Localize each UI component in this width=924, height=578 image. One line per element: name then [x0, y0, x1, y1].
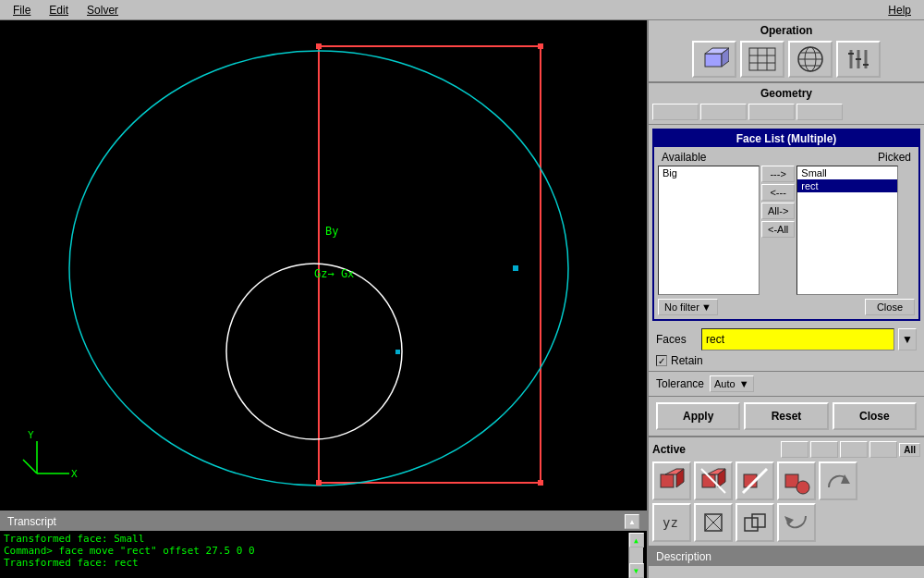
available-header: Available	[662, 151, 706, 164]
move-all-left-btn[interactable]: <-All	[761, 221, 795, 238]
active-tab-2[interactable]	[810, 441, 838, 458]
active-icon-1[interactable]	[652, 461, 691, 500]
menu-edit[interactable]: Edit	[40, 2, 78, 18]
move-left-btn[interactable]: <---	[761, 184, 795, 201]
active-icon-9[interactable]	[777, 503, 816, 542]
active-icon-3[interactable]	[736, 461, 774, 500]
retain-row: ✓ Retain	[656, 354, 917, 367]
grid-op-icon[interactable]	[740, 41, 784, 78]
list-headers: Available Picked	[658, 151, 915, 164]
active-tab-1[interactable]	[781, 441, 808, 458]
svg-rect-5	[316, 480, 322, 486]
apply-button[interactable]: Apply	[656, 402, 740, 430]
menu-help[interactable]: Help	[879, 2, 920, 18]
retain-checkbox[interactable]: ✓	[656, 355, 667, 366]
active-icons-row1	[652, 461, 920, 500]
cube-op-icon[interactable]	[692, 41, 736, 78]
svg-text:yz: yz	[663, 515, 678, 530]
geo-tab-4[interactable]	[796, 104, 843, 120]
menu-solver[interactable]: Solver	[78, 2, 128, 18]
tools-op-icon[interactable]	[836, 41, 881, 78]
picked-item-small[interactable]: Small	[797, 166, 897, 179]
svg-point-45	[796, 481, 809, 494]
globe-op-icon[interactable]	[788, 41, 833, 78]
bottom-buttons: Apply Reset Close	[649, 397, 924, 437]
active-icon-6[interactable]: yz	[652, 503, 691, 542]
menubar: File Edit Solver Help	[0, 0, 924, 20]
svg-rect-19	[749, 48, 775, 70]
active-icon-2[interactable]	[694, 461, 733, 500]
faces-label: Faces	[656, 333, 698, 346]
picked-item-rect[interactable]: rect	[797, 179, 897, 192]
move-right-btn[interactable]: --->	[761, 166, 795, 182]
geo-tab-1[interactable]	[652, 104, 699, 120]
svg-rect-4	[538, 43, 543, 49]
available-list[interactable]: Big	[658, 166, 760, 295]
active-tab-all[interactable]: All	[899, 443, 920, 457]
operation-section: Operation	[649, 20, 924, 83]
active-icon-7[interactable]	[694, 503, 733, 542]
tolerance-arrow: ▼	[739, 378, 749, 389]
tolerance-dropdown[interactable]: Auto ▼	[710, 375, 754, 392]
svg-line-11	[23, 460, 37, 473]
operation-title: Operation	[652, 24, 920, 37]
menu-file[interactable]: File	[4, 2, 40, 18]
viewport: Y X By Gz→ Gx	[0, 20, 647, 510]
transcript-scroll-up-btn[interactable]: ▲	[629, 533, 644, 547]
svg-rect-3	[316, 43, 322, 49]
available-item-big[interactable]: Big	[659, 166, 759, 179]
active-tab-4[interactable]	[869, 441, 897, 458]
transcript-panel: Transcript ▲ Transformed face: Small Com…	[0, 510, 647, 578]
main-layout: Y X By Gz→ Gx Transcript ▲ Transformed f…	[0, 20, 924, 578]
active-icon-8[interactable]	[736, 503, 774, 542]
active-icons-row2: yz	[652, 503, 920, 542]
svg-text:By: By	[325, 225, 338, 238]
right-panel: Operation	[647, 20, 924, 578]
active-tab-3[interactable]	[840, 441, 868, 458]
geometry-section: Geometry	[649, 83, 924, 125]
transcript-title: Transcript	[7, 515, 56, 528]
face-list-close-button[interactable]: Close	[865, 299, 915, 315]
faces-input[interactable]	[701, 328, 894, 350]
transcript-scroll-down-btn[interactable]: ▼	[629, 563, 644, 578]
transcript-text: Transformed face: Small Command> face mo…	[4, 533, 628, 578]
face-list-body: Available Picked Big ---> <--- All-> <-A…	[654, 147, 918, 319]
svg-text:Y: Y	[28, 429, 34, 441]
svg-rect-8	[395, 350, 400, 354]
geometry-tabs	[652, 104, 920, 120]
geometry-title: Geometry	[652, 87, 920, 100]
active-section: Active All	[649, 437, 924, 546]
reset-button[interactable]: Reset	[744, 402, 828, 430]
svg-point-2	[226, 264, 402, 439]
svg-rect-52	[752, 514, 765, 527]
svg-rect-51	[745, 518, 758, 531]
svg-rect-16	[705, 54, 722, 67]
transcript-scroll-up[interactable]: ▲	[625, 514, 639, 529]
filter-button[interactable]: No filter ▼	[658, 299, 718, 315]
list-area: Big ---> <--- All-> <-All Small rect	[658, 166, 915, 295]
face-list-title: Face List (Multiple)	[654, 130, 918, 147]
filter-arrow: ▼	[701, 301, 711, 313]
description-title: Description	[656, 550, 711, 563]
svg-rect-6	[538, 480, 543, 486]
transcript-line-1: Transformed face: Small	[4, 533, 628, 545]
svg-text:X: X	[71, 468, 78, 480]
svg-rect-7	[513, 265, 518, 271]
transcript-line-2: Command> face move "rect" offset 27.5 0 …	[4, 545, 628, 557]
geo-tab-2[interactable]	[700, 104, 747, 120]
geo-tab-3[interactable]	[748, 104, 795, 120]
active-icon-5[interactable]	[819, 461, 857, 500]
transcript-content: Transformed face: Small Command> face mo…	[0, 531, 647, 578]
close-button[interactable]: Close	[833, 402, 917, 430]
faces-dropdown[interactable]: ▼	[898, 328, 917, 350]
face-list-dialog: Face List (Multiple) Available Picked Bi…	[652, 129, 920, 321]
left-side: Y X By Gz→ Gx Transcript ▲ Transformed f…	[0, 20, 647, 578]
picked-list[interactable]: Small rect	[796, 166, 898, 295]
faces-row: Faces ▼	[656, 328, 917, 350]
svg-rect-0	[319, 46, 541, 483]
description-right: Description	[649, 546, 924, 578]
faces-dropdown-arrow: ▼	[902, 333, 913, 346]
active-icon-4[interactable]	[777, 461, 816, 500]
tolerance-label: Tolerance	[656, 377, 704, 390]
move-all-right-btn[interactable]: All->	[761, 203, 795, 219]
